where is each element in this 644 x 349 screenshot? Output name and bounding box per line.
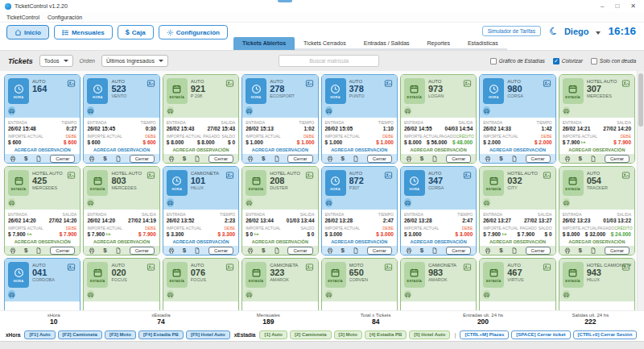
close-ticket-button[interactable]: Cerrar (130, 247, 155, 255)
vehicle-button[interactable] (8, 290, 15, 299)
vehicle-button[interactable] (87, 106, 94, 115)
vehicle-button[interactable] (483, 198, 490, 207)
ticket-card[interactable]: HORA AUTO 378 PUNTO ENTRADA TIEMPO 26/02 (321, 74, 398, 164)
document-icon[interactable] (511, 156, 518, 162)
document-icon[interactable] (115, 156, 122, 162)
document-icon[interactable] (353, 156, 359, 162)
charge-dollar-icon[interactable]: $ (262, 155, 265, 162)
charge-dollar-icon[interactable]: $ (341, 155, 344, 162)
mensuales-button[interactable]: Mensuales (54, 25, 113, 39)
close-ticket-button[interactable]: Cerrar (605, 155, 630, 163)
scrollbar-thumb[interactable] (638, 73, 643, 127)
photo-icon[interactable] (225, 79, 234, 88)
caja-button[interactable]: $ Caja (118, 25, 154, 39)
ticket-card[interactable]: ESTADÍA AUTO 973 LOGAN ENTRADA SALIDA 26 (400, 74, 477, 164)
vertical-scrollbar[interactable] (637, 71, 644, 310)
ticket-card[interactable]: HORA AUTO 278 ECOSPORT ENTRADA TIEMPO 26 (242, 74, 318, 164)
vehicle-button[interactable] (8, 198, 15, 207)
photo-icon[interactable] (384, 263, 393, 272)
user-name[interactable]: Diego (564, 27, 589, 36)
photo-icon[interactable] (621, 263, 630, 272)
close-ticket-button[interactable]: Cerrar (50, 247, 75, 255)
print-icon[interactable] (485, 156, 491, 162)
vehicle-button[interactable] (404, 198, 411, 207)
charge-dollar-icon[interactable]: $ (420, 155, 423, 162)
add-observation-link[interactable]: AGREGAR OBSERVACIÓN (167, 147, 235, 152)
photo-icon[interactable] (463, 79, 472, 88)
ticket-card[interactable]: ESTADÍA HOTEL CAMIONETA 943 HILUX (559, 258, 635, 310)
vehicle-button[interactable] (325, 198, 332, 207)
photo-icon[interactable] (463, 263, 472, 272)
close-ticket-button[interactable]: Cerrar (446, 155, 471, 163)
photo-icon[interactable] (67, 171, 76, 180)
close-button[interactable]: ✕ (630, 0, 636, 12)
colorizar-checkbox[interactable]: ✓ Colorizar (553, 58, 583, 64)
add-observation-link[interactable]: AGREGAR OBSERVACIÓN (246, 239, 314, 244)
print-icon[interactable] (168, 247, 175, 254)
add-observation-link[interactable]: AGREGAR OBSERVACIÓN (483, 147, 551, 152)
document-icon[interactable] (274, 247, 280, 254)
configuracion-button[interactable]: Configuración (159, 25, 228, 39)
print-icon[interactable] (327, 247, 333, 254)
simulador-tarifas-button[interactable]: Simulador de Tarifas (482, 26, 541, 36)
shortcut-space-cerrar-ticket[interactable]: [SPACE] Cerrar ticket (511, 330, 570, 339)
photo-icon[interactable] (147, 263, 155, 272)
vehicle-button[interactable] (325, 106, 332, 115)
charge-dollar-icon[interactable]: $ (420, 247, 423, 254)
add-observation-link[interactable]: AGREGAR OBSERVACIÓN (167, 239, 235, 244)
print-icon[interactable] (485, 247, 491, 254)
photo-icon[interactable] (147, 79, 155, 88)
ticket-card[interactable]: ESTADÍA HOTEL AUTO 425 MERCEDES ENTRADA … (4, 166, 80, 256)
ticket-card[interactable]: HORA AUTO 041 CORDOBA (4, 258, 80, 310)
document-icon[interactable] (115, 247, 122, 254)
photo-icon[interactable] (67, 263, 76, 272)
add-observation-link[interactable]: AGREGAR OBSERVACIÓN (246, 147, 314, 152)
charge-dollar-icon[interactable]: $ (103, 155, 106, 162)
maximize-button[interactable]: □ (615, 0, 619, 12)
dark-mode-moon-icon[interactable] (548, 27, 557, 35)
close-ticket-button[interactable]: Cerrar (367, 155, 392, 163)
document-icon[interactable] (431, 247, 438, 254)
add-observation-link[interactable]: AGREGAR OBSERVACIÓN (325, 147, 394, 152)
ticket-card[interactable]: ESTADÍA AUTO 921 P 208 ENTRADA SALIDA 26 (163, 74, 239, 164)
print-icon[interactable] (247, 247, 254, 254)
photo-icon[interactable] (543, 171, 551, 180)
charge-dollar-icon[interactable]: $ (499, 155, 502, 162)
vehicle-button[interactable] (246, 290, 253, 299)
ticket-card[interactable]: HORA AUTO 523 VENTO ENTRADA TIEMPO 26/02 (83, 74, 159, 164)
close-ticket-button[interactable]: Cerrar (208, 155, 233, 163)
ticket-card[interactable]: HORA AUTO 980 CORSA ENTRADA TIEMPO 26/02 (479, 74, 555, 164)
close-ticket-button[interactable]: Cerrar (287, 155, 312, 163)
close-ticket-button[interactable]: Cerrar (605, 247, 630, 255)
document-icon[interactable] (35, 247, 42, 254)
photo-icon[interactable] (621, 171, 630, 180)
document-icon[interactable] (35, 156, 42, 162)
ticket-card[interactable]: ESTADÍA HOTEL AUTO 307 MERCEDES ENTRADA … (559, 74, 635, 164)
ticket-card[interactable]: ESTADÍA MOTO 650 CORVEN (321, 258, 398, 310)
document-icon[interactable] (194, 156, 200, 162)
tab-tickets-cerrados[interactable]: Tickets Cerrados (295, 37, 355, 50)
ticket-card[interactable]: ESTADÍA AUTO 076 FOCUS (163, 258, 239, 310)
print-icon[interactable] (89, 247, 95, 254)
close-ticket-button[interactable]: Cerrar (208, 247, 233, 255)
photo-icon[interactable] (305, 263, 314, 272)
vehicle-button[interactable] (325, 290, 332, 299)
grafico-estadias-checkbox[interactable]: Gráfico de Estadías (490, 58, 545, 64)
document-icon[interactable] (274, 156, 280, 162)
add-observation-link[interactable]: AGREGAR OBSERVACIÓN (404, 147, 473, 152)
orden-select[interactable]: Últimos Ingresados (101, 55, 168, 67)
photo-icon[interactable] (621, 79, 630, 88)
shortcut-2-camioneta[interactable]: [2] Camioneta (290, 330, 332, 339)
print-icon[interactable] (247, 156, 254, 162)
photo-icon[interactable] (384, 171, 393, 180)
vehicle-button[interactable] (404, 106, 411, 115)
add-observation-link[interactable]: AGREGAR OBSERVACIÓN (87, 239, 155, 244)
ticket-card[interactable]: HORA AUTO 164 ENTRADA TIEMPO 26/02 15:4 (4, 74, 80, 164)
photo-icon[interactable] (225, 263, 234, 272)
print-icon[interactable] (10, 156, 16, 162)
search-input[interactable] (279, 55, 379, 67)
shortcut-f3-moto[interactable]: [F3] Moto (105, 330, 136, 339)
shortcut-ctrl-0-cerrar-sesion[interactable]: [CTRL+0] Cerrar Sesión (573, 330, 638, 339)
photo-icon[interactable] (543, 263, 551, 272)
ticket-card[interactable]: ESTADÍA AUTO 054 TRACKER ENTRADA SALIDA (559, 166, 635, 256)
